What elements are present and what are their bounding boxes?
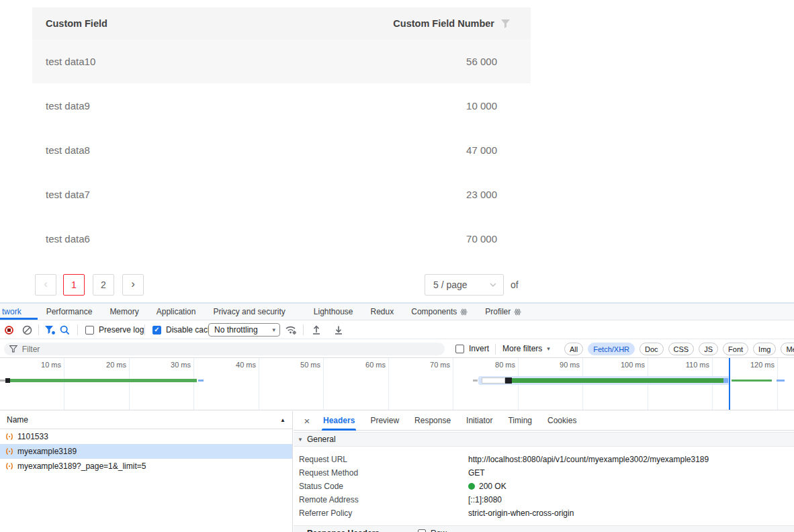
raw-label: Raw	[431, 529, 447, 532]
checkbox-unchecked	[85, 326, 94, 335]
column-header-custom-field-number[interactable]: Custom Field Number	[393, 18, 531, 29]
pill-doc[interactable]: Doc	[639, 343, 664, 355]
search-icon	[60, 325, 70, 335]
clear-button[interactable]	[22, 321, 32, 339]
column-filter-icon[interactable]	[500, 19, 511, 28]
table-row[interactable]: test data9 10 000	[32, 83, 531, 128]
tick-label: 70 ms	[404, 361, 450, 369]
pill-media[interactable]: Media	[781, 343, 794, 355]
waterfall-bar-download	[198, 380, 204, 382]
tab-application[interactable]: Application	[148, 304, 205, 320]
pill-font[interactable]: Font	[723, 343, 748, 355]
status-value: 200 OK	[468, 482, 506, 491]
header-key: Request Method	[299, 468, 358, 478]
name-column-header[interactable]: Name	[7, 415, 280, 425]
header-value: strict-origin-when-cross-origin	[468, 508, 574, 518]
pill-js[interactable]: JS	[699, 343, 718, 355]
waterfall-bar-stalled	[5, 378, 10, 383]
tab-label: Lighthouse	[314, 307, 353, 316]
tick-label: 100 ms	[599, 361, 645, 369]
request-row[interactable]: 1101533	[0, 429, 292, 444]
custom-field-table: Custom Field Custom Field Number test da…	[32, 7, 531, 261]
tick-label: 40 ms	[210, 361, 256, 369]
tab-performance[interactable]: Performance	[38, 304, 101, 320]
import-har-button[interactable]	[311, 321, 322, 339]
filter-input[interactable]	[22, 345, 439, 354]
waterfall-bar-stalled	[482, 378, 505, 384]
cell-custom-field-number: 56 000	[356, 56, 531, 67]
app-page: Custom Field Custom Field Number test da…	[0, 0, 794, 302]
table-row[interactable]: test data8 47 000	[32, 128, 531, 172]
tab-timing[interactable]: Timing	[506, 411, 533, 431]
request-details-panel: × Headers Preview Response Initiator Tim…	[294, 411, 794, 532]
chevron-down-icon: ▾	[547, 345, 550, 352]
prev-page-button[interactable]: ‹	[35, 274, 56, 296]
gridline	[453, 358, 453, 410]
request-row-selected[interactable]: myexample3189	[0, 444, 292, 459]
request-row[interactable]: myexample3189?_page=1&_limit=5	[0, 459, 292, 474]
tab-memory[interactable]: Memory	[101, 304, 147, 320]
request-name: 1101533	[17, 432, 48, 441]
table-row[interactable]: test data7 23 000	[32, 172, 531, 216]
tab-cookies[interactable]: Cookies	[546, 411, 578, 431]
pill-fetch-xhr[interactable]: Fetch/XHR	[588, 343, 635, 355]
tab-profiler[interactable]: Profiler	[476, 304, 530, 320]
header-value: 200 OK	[479, 482, 506, 491]
tab-redux[interactable]: Redux	[362, 304, 403, 320]
tab-lighthouse[interactable]: Lighthouse	[305, 304, 362, 320]
waterfall-bar-queueing	[0, 380, 5, 382]
request-type-pills: All Fetch/XHR Doc CSS JS Font Img Media …	[564, 343, 794, 355]
download-icon	[333, 324, 344, 335]
tick-label: 20 ms	[81, 361, 126, 369]
page-button-2[interactable]: 2	[93, 274, 114, 296]
tab-privacy-and-security[interactable]: Privacy and security	[204, 304, 294, 320]
network-filter-toggle[interactable]	[44, 321, 56, 339]
waterfall-bar-blocked	[505, 378, 512, 384]
invert-checkbox[interactable]: Invert	[455, 344, 489, 353]
tab-preview[interactable]: Preview	[369, 411, 400, 431]
gridline	[323, 358, 324, 410]
request-list-header[interactable]: Name ▲	[0, 411, 292, 429]
page-size-select[interactable]: 5 / page	[425, 274, 504, 296]
search-button[interactable]	[60, 321, 70, 339]
pill-all[interactable]: All	[564, 343, 583, 355]
header-value: GET	[468, 468, 485, 478]
react-atom-icon	[514, 308, 521, 316]
export-har-button[interactable]	[333, 321, 344, 339]
tab-initiator[interactable]: Initiator	[465, 411, 494, 431]
load-event-line	[729, 358, 730, 410]
close-icon[interactable]: ×	[302, 415, 312, 427]
more-filters-label: More filters	[502, 344, 542, 353]
disable-cache-checkbox[interactable]: ✓ Disable cache	[152, 321, 216, 339]
cell-custom-field: test data10	[32, 56, 356, 67]
tab-headers[interactable]: Headers	[322, 411, 356, 431]
cell-custom-field-number: 70 000	[356, 233, 531, 245]
page-button-1[interactable]: 1	[63, 274, 85, 296]
pill-css[interactable]: CSS	[668, 343, 695, 355]
more-filters-button[interactable]: More filters ▾	[502, 344, 550, 353]
preserve-log-checkbox[interactable]: Preserve log	[85, 321, 144, 339]
column-header-custom-field[interactable]: Custom Field	[32, 18, 393, 29]
header-value: http://localhost:8080/api/v1/count/myexa…	[468, 455, 709, 464]
raw-toggle[interactable]: Raw	[418, 529, 447, 532]
pill-img[interactable]: Img	[753, 343, 776, 355]
request-list-panel: Name ▲ 1101533 myexample3189 myexample31…	[0, 411, 293, 532]
tab-components[interactable]: Components	[402, 304, 476, 320]
response-headers-section-header[interactable]: ▼ Response Headers Raw	[294, 525, 794, 532]
throttling-select[interactable]: No throttling ▾	[208, 323, 280, 337]
tab-network[interactable]: twork	[0, 304, 38, 320]
table-row[interactable]: test data6 70 000	[32, 216, 531, 261]
network-conditions-button[interactable]	[285, 321, 298, 339]
gridline	[193, 358, 194, 410]
record-button[interactable]	[5, 321, 13, 339]
tab-response[interactable]: Response	[413, 411, 452, 431]
waterfall-bar-download	[723, 378, 728, 383]
request-name: myexample3189?_page=1&_limit=5	[17, 461, 146, 471]
header-key: Remote Address	[299, 495, 359, 504]
table-row[interactable]: test data10 56 000	[32, 39, 531, 83]
tick-label: 120 ms	[729, 361, 775, 369]
network-overview-timeline[interactable]: 10 ms 20 ms 30 ms 40 ms 50 ms 60 ms 70 m…	[0, 358, 794, 410]
react-atom-icon	[460, 308, 468, 316]
next-page-button[interactable]: ›	[122, 274, 144, 296]
general-section-header[interactable]: ▼ General	[294, 432, 794, 447]
